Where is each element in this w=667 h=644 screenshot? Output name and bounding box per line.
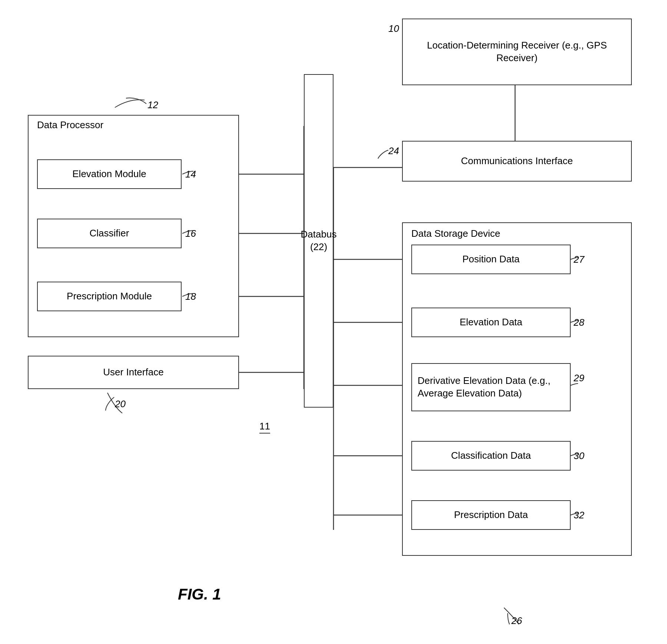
ref-10: 10: [388, 23, 399, 34]
ref-18: 18: [185, 291, 196, 302]
prescription-data-box: Prescription Data: [411, 500, 571, 530]
user-interface-label: User Interface: [103, 366, 163, 379]
data-storage-label: Data Storage Device: [411, 228, 500, 239]
databus-label: Databus(22): [301, 228, 337, 253]
ref-26: 26: [511, 615, 522, 627]
databus-box: Databus(22): [304, 74, 334, 408]
data-processor-label: Data Processor: [37, 119, 103, 131]
ref-12: 12: [147, 99, 158, 111]
ref-16: 16: [185, 228, 196, 239]
ref-20: 20: [115, 398, 126, 410]
prescription-module-label: Prescription Module: [67, 290, 152, 303]
figure-label: FIG. 1: [178, 585, 221, 603]
communications-interface-box: Communications Interface: [402, 141, 632, 182]
ref-28: 28: [574, 317, 584, 328]
diagram-container: Location-Determining Receiver (e.g., GPS…: [0, 0, 667, 644]
derivative-elevation-label: Derivative Elevation Data (e.g., Average…: [418, 375, 564, 400]
location-receiver-box: Location-Determining Receiver (e.g., GPS…: [402, 19, 632, 85]
elevation-data-box: Elevation Data: [411, 308, 571, 337]
ref-24: 24: [388, 145, 399, 157]
elevation-module-box: Elevation Module: [37, 159, 182, 189]
ref-29: 29: [574, 372, 584, 384]
location-receiver-label: Location-Determining Receiver (e.g., GPS…: [407, 39, 627, 64]
classification-data-label: Classification Data: [451, 449, 531, 462]
position-data-box: Position Data: [411, 245, 571, 274]
ref-32: 32: [574, 509, 584, 521]
derivative-elevation-box: Derivative Elevation Data (e.g., Average…: [411, 363, 571, 411]
classifier-box: Classifier: [37, 219, 182, 248]
prescription-data-label: Prescription Data: [454, 509, 528, 521]
elevation-module-label: Elevation Module: [72, 168, 146, 180]
communications-interface-label: Communications Interface: [461, 155, 573, 167]
ref-14: 14: [185, 169, 196, 180]
ref-27: 27: [574, 254, 584, 265]
classifier-label: Classifier: [90, 227, 129, 240]
user-interface-box: User Interface: [28, 356, 239, 389]
classification-data-box: Classification Data: [411, 441, 571, 471]
system-ref-11: 11: [259, 421, 270, 434]
ref-30: 30: [574, 450, 584, 462]
prescription-module-box: Prescription Module: [37, 282, 182, 311]
elevation-data-label: Elevation Data: [459, 316, 522, 329]
position-data-label: Position Data: [462, 253, 520, 266]
